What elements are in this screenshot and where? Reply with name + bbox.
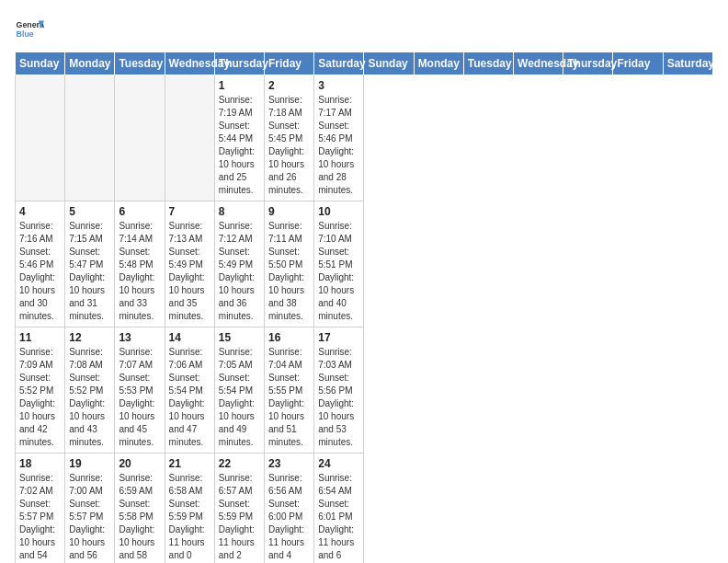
day-number: 3: [318, 79, 359, 92]
header-row: SundayMondayTuesdayWednesdayThursdayFrid…: [16, 52, 713, 75]
day-cell: 10Sunrise: 7:10 AM Sunset: 5:51 PM Dayli…: [314, 201, 364, 327]
day-cell: 12Sunrise: 7:08 AM Sunset: 5:52 PM Dayli…: [65, 327, 115, 454]
col-header-saturday: Saturday: [663, 52, 712, 75]
day-number: 21: [169, 457, 210, 470]
day-cell: 21Sunrise: 6:58 AM Sunset: 5:59 PM Dayli…: [165, 454, 214, 564]
day-number: 7: [169, 205, 210, 218]
day-cell: [16, 75, 65, 201]
day-info: Sunrise: 6:58 AM Sunset: 5:59 PM Dayligh…: [169, 472, 210, 563]
day-number: 5: [69, 205, 110, 218]
day-cell: 20Sunrise: 6:59 AM Sunset: 5:58 PM Dayli…: [115, 454, 165, 564]
header-sunday: Sunday: [16, 52, 65, 75]
header-wednesday: Wednesday: [165, 52, 214, 75]
day-info: Sunrise: 7:02 AM Sunset: 5:57 PM Dayligh…: [19, 472, 61, 563]
day-info: Sunrise: 7:12 AM Sunset: 5:49 PM Dayligh…: [219, 220, 260, 323]
header-tuesday: Tuesday: [115, 52, 165, 75]
day-cell: [165, 75, 214, 201]
day-cell: 24Sunrise: 6:54 AM Sunset: 6:01 PM Dayli…: [314, 454, 364, 564]
day-info: Sunrise: 7:05 AM Sunset: 5:54 PM Dayligh…: [219, 346, 260, 449]
day-info: Sunrise: 7:03 AM Sunset: 5:56 PM Dayligh…: [318, 346, 359, 449]
day-number: 17: [318, 331, 359, 344]
day-cell: 15Sunrise: 7:05 AM Sunset: 5:54 PM Dayli…: [214, 327, 264, 454]
day-cell: [115, 75, 165, 201]
day-info: Sunrise: 7:19 AM Sunset: 5:44 PM Dayligh…: [219, 94, 260, 197]
week-row-2: 4Sunrise: 7:16 AM Sunset: 5:46 PM Daylig…: [16, 201, 713, 327]
day-cell: 13Sunrise: 7:07 AM Sunset: 5:53 PM Dayli…: [115, 327, 165, 454]
day-cell: 6Sunrise: 7:14 AM Sunset: 5:48 PM Daylig…: [115, 201, 165, 327]
col-header-thursday: Thursday: [563, 52, 613, 75]
logo-icon: General Blue: [15, 15, 44, 44]
day-cell: 19Sunrise: 7:00 AM Sunset: 5:57 PM Dayli…: [65, 454, 115, 564]
day-info: Sunrise: 6:56 AM Sunset: 6:00 PM Dayligh…: [268, 472, 310, 563]
svg-text:Blue: Blue: [17, 29, 34, 39]
logo: General Blue: [15, 15, 48, 44]
day-info: Sunrise: 6:59 AM Sunset: 5:58 PM Dayligh…: [119, 472, 160, 563]
day-cell: 22Sunrise: 6:57 AM Sunset: 5:59 PM Dayli…: [214, 454, 264, 564]
col-header-sunday: Sunday: [364, 52, 414, 75]
day-cell: 1Sunrise: 7:19 AM Sunset: 5:44 PM Daylig…: [214, 75, 264, 201]
day-info: Sunrise: 7:18 AM Sunset: 5:45 PM Dayligh…: [268, 94, 310, 197]
day-cell: 7Sunrise: 7:13 AM Sunset: 5:49 PM Daylig…: [165, 201, 214, 327]
day-cell: 2Sunrise: 7:18 AM Sunset: 5:45 PM Daylig…: [265, 75, 314, 201]
day-number: 20: [119, 457, 160, 470]
header-saturday: Saturday: [314, 52, 364, 75]
day-cell: 16Sunrise: 7:04 AM Sunset: 5:55 PM Dayli…: [265, 327, 314, 454]
day-info: Sunrise: 7:15 AM Sunset: 5:47 PM Dayligh…: [69, 220, 110, 323]
day-number: 8: [219, 205, 260, 218]
day-info: Sunrise: 7:00 AM Sunset: 5:57 PM Dayligh…: [69, 472, 110, 563]
day-cell: 17Sunrise: 7:03 AM Sunset: 5:56 PM Dayli…: [314, 327, 364, 454]
week-row-4: 18Sunrise: 7:02 AM Sunset: 5:57 PM Dayli…: [16, 454, 713, 564]
header-friday: Friday: [265, 52, 314, 75]
day-cell: 14Sunrise: 7:06 AM Sunset: 5:54 PM Dayli…: [165, 327, 214, 454]
day-info: Sunrise: 7:04 AM Sunset: 5:55 PM Dayligh…: [268, 346, 310, 449]
day-number: 13: [119, 331, 160, 344]
day-info: Sunrise: 7:07 AM Sunset: 5:53 PM Dayligh…: [119, 346, 160, 449]
day-number: 14: [169, 331, 210, 344]
col-header-tuesday: Tuesday: [463, 52, 513, 75]
header-thursday: Thursday: [214, 52, 264, 75]
day-cell: 8Sunrise: 7:12 AM Sunset: 5:49 PM Daylig…: [214, 201, 264, 327]
day-info: Sunrise: 7:10 AM Sunset: 5:51 PM Dayligh…: [318, 220, 359, 323]
day-cell: 4Sunrise: 7:16 AM Sunset: 5:46 PM Daylig…: [16, 201, 65, 327]
day-info: Sunrise: 7:09 AM Sunset: 5:52 PM Dayligh…: [19, 346, 61, 449]
week-row-1: 1Sunrise: 7:19 AM Sunset: 5:44 PM Daylig…: [16, 75, 713, 201]
day-info: Sunrise: 7:17 AM Sunset: 5:46 PM Dayligh…: [318, 94, 359, 197]
day-info: Sunrise: 7:13 AM Sunset: 5:49 PM Dayligh…: [169, 220, 210, 323]
calendar-table: SundayMondayTuesdayWednesdayThursdayFrid…: [15, 52, 713, 563]
day-info: Sunrise: 7:08 AM Sunset: 5:52 PM Dayligh…: [69, 346, 110, 449]
day-cell: [65, 75, 115, 201]
col-header-monday: Monday: [414, 52, 463, 75]
col-header-wednesday: Wednesday: [514, 52, 563, 75]
day-cell: 11Sunrise: 7:09 AM Sunset: 5:52 PM Dayli…: [16, 327, 65, 454]
day-number: 24: [318, 457, 359, 470]
day-info: Sunrise: 6:54 AM Sunset: 6:01 PM Dayligh…: [318, 472, 359, 563]
day-number: 4: [19, 205, 61, 218]
day-info: Sunrise: 7:14 AM Sunset: 5:48 PM Dayligh…: [119, 220, 160, 323]
calendar-body: 1Sunrise: 7:19 AM Sunset: 5:44 PM Daylig…: [16, 75, 713, 564]
day-number: 16: [268, 331, 310, 344]
day-cell: 23Sunrise: 6:56 AM Sunset: 6:00 PM Dayli…: [265, 454, 314, 564]
day-number: 9: [268, 205, 310, 218]
day-info: Sunrise: 6:57 AM Sunset: 5:59 PM Dayligh…: [219, 472, 260, 563]
day-number: 11: [19, 331, 61, 344]
col-header-friday: Friday: [613, 52, 663, 75]
day-cell: 9Sunrise: 7:11 AM Sunset: 5:50 PM Daylig…: [265, 201, 314, 327]
calendar-header: SundayMondayTuesdayWednesdayThursdayFrid…: [16, 52, 713, 75]
day-number: 23: [268, 457, 310, 470]
day-number: 15: [219, 331, 260, 344]
day-number: 1: [219, 79, 260, 92]
day-cell: 5Sunrise: 7:15 AM Sunset: 5:47 PM Daylig…: [65, 201, 115, 327]
page-header: General Blue: [15, 15, 713, 44]
day-info: Sunrise: 7:16 AM Sunset: 5:46 PM Dayligh…: [19, 220, 61, 323]
day-number: 2: [268, 79, 310, 92]
day-number: 10: [318, 205, 359, 218]
header-monday: Monday: [65, 52, 115, 75]
day-number: 18: [19, 457, 61, 470]
day-cell: 3Sunrise: 7:17 AM Sunset: 5:46 PM Daylig…: [314, 75, 364, 201]
day-info: Sunrise: 7:11 AM Sunset: 5:50 PM Dayligh…: [268, 220, 310, 323]
day-info: Sunrise: 7:06 AM Sunset: 5:54 PM Dayligh…: [169, 346, 210, 449]
day-number: 22: [219, 457, 260, 470]
day-number: 12: [69, 331, 110, 344]
week-row-3: 11Sunrise: 7:09 AM Sunset: 5:52 PM Dayli…: [16, 327, 713, 454]
day-number: 19: [69, 457, 110, 470]
